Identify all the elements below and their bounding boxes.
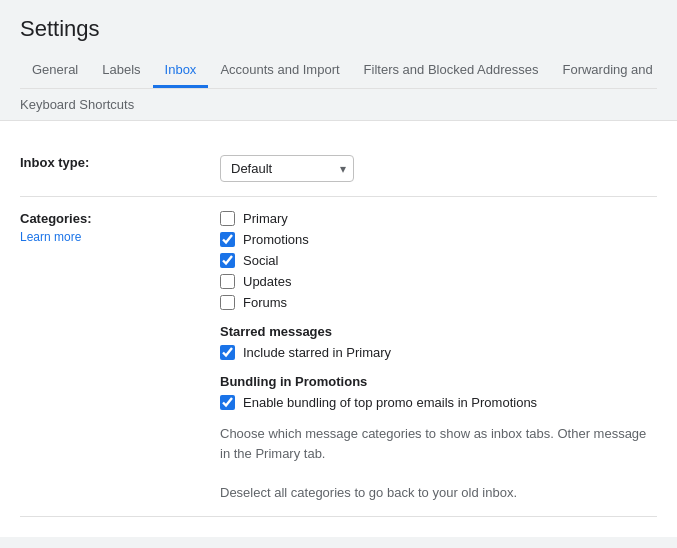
- inbox-type-select-wrapper: Default Important first Unread first Sta…: [220, 155, 354, 182]
- description-line2: in the Primary tab.: [220, 446, 326, 461]
- category-promotions-item: Promotions: [220, 232, 657, 247]
- bundling-item: Enable bundling of top promo emails in P…: [220, 395, 657, 410]
- description-line4: Deselect all categories to go back to yo…: [220, 485, 517, 500]
- learn-more-link[interactable]: Learn more: [20, 230, 200, 244]
- tab-accounts[interactable]: Accounts and Import: [208, 54, 351, 88]
- description-line1: Choose which message categories to show …: [220, 426, 646, 441]
- category-forums-label: Forums: [243, 295, 287, 310]
- keyboard-shortcuts-link[interactable]: Keyboard Shortcuts: [20, 97, 134, 112]
- inbox-type-select[interactable]: Default Important first Unread first Sta…: [220, 155, 354, 182]
- categories-row: Categories: Learn more Primary Promotion…: [20, 197, 657, 517]
- tab-inbox[interactable]: Inbox: [153, 54, 209, 88]
- categories-label: Categories:: [20, 211, 200, 226]
- category-updates-checkbox[interactable]: [220, 274, 235, 289]
- sub-nav: Keyboard Shortcuts: [0, 89, 677, 121]
- categories-description: Choose which message categories to show …: [220, 424, 657, 502]
- starred-messages-checkbox[interactable]: [220, 345, 235, 360]
- category-promotions-checkbox[interactable]: [220, 232, 235, 247]
- settings-header: Settings General Labels Inbox Accounts a…: [0, 0, 677, 89]
- category-social-checkbox[interactable]: [220, 253, 235, 268]
- category-primary-label: Primary: [243, 211, 288, 226]
- settings-content: Inbox type: Default Important first Unre…: [0, 121, 677, 537]
- inbox-type-control: Default Important first Unread first Sta…: [220, 155, 657, 182]
- categories-label-col: Categories: Learn more: [20, 211, 220, 244]
- category-social-label: Social: [243, 253, 278, 268]
- bundling-label: Enable bundling of top promo emails in P…: [243, 395, 537, 410]
- settings-tabs: General Labels Inbox Accounts and Import…: [20, 54, 657, 89]
- categories-control: Primary Promotions Social: [220, 211, 657, 502]
- tab-labels[interactable]: Labels: [90, 54, 152, 88]
- category-promotions-label: Promotions: [243, 232, 309, 247]
- tab-forwarding[interactable]: Forwarding and POP/IM: [550, 54, 657, 88]
- bundling-checkbox[interactable]: [220, 395, 235, 410]
- starred-messages-label: Include starred in Primary: [243, 345, 391, 360]
- category-primary-checkbox[interactable]: [220, 211, 235, 226]
- tab-general[interactable]: General: [20, 54, 90, 88]
- category-social-item: Social: [220, 253, 657, 268]
- category-forums-checkbox[interactable]: [220, 295, 235, 310]
- category-updates-item: Updates: [220, 274, 657, 289]
- starred-messages-item: Include starred in Primary: [220, 345, 657, 360]
- starred-messages-header: Starred messages: [220, 324, 657, 339]
- settings-page: Settings General Labels Inbox Accounts a…: [0, 0, 677, 548]
- page-title: Settings: [20, 16, 657, 42]
- inbox-settings-section: Inbox type: Default Important first Unre…: [20, 141, 657, 517]
- inbox-type-label: Inbox type:: [20, 155, 89, 170]
- bundling-header: Bundling in Promotions: [220, 374, 657, 389]
- tab-filters[interactable]: Filters and Blocked Addresses: [352, 54, 551, 88]
- inbox-type-row: Inbox type: Default Important first Unre…: [20, 141, 657, 197]
- category-updates-label: Updates: [243, 274, 291, 289]
- category-forums-item: Forums: [220, 295, 657, 310]
- inbox-type-label-col: Inbox type:: [20, 155, 220, 170]
- category-primary-item: Primary: [220, 211, 657, 226]
